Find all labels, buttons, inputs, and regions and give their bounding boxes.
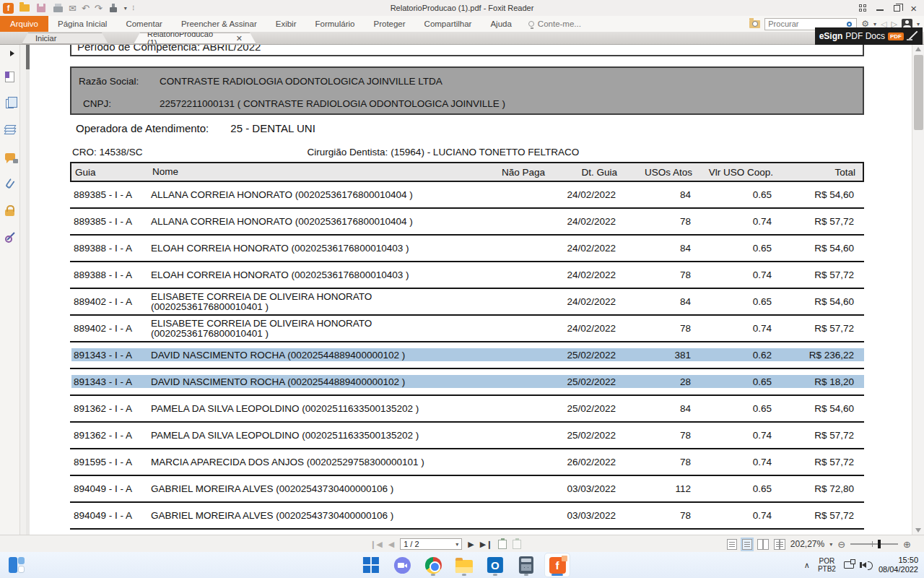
cell-nome: PAMELA DA SILVA LEOPOLDINO (002025116335… <box>145 431 494 441</box>
tab-relatorio-producao[interactable]: RelatorioProducao (1).... ✕ <box>134 33 256 44</box>
zoom-dropdown-icon[interactable]: ▾ <box>829 541 832 548</box>
cell-vlr-uso: 0.62 <box>692 350 773 361</box>
document-tab-bar: Iniciar RelatorioProducao (1).... ✕ ▼ <box>0 32 924 45</box>
network-icon[interactable] <box>844 561 854 569</box>
tab-arquivo[interactable]: Arquivo <box>0 16 48 32</box>
tell-me-box[interactable]: Conte-me... <box>521 16 581 32</box>
tab-preencher-assinar[interactable]: Preencher & Assinar <box>172 16 266 32</box>
cell-dt-guia: 26/02/2022 <box>545 457 617 467</box>
language-indicator[interactable]: POR PTB2 <box>818 557 836 573</box>
header-total: Total <box>775 167 857 178</box>
snapshot-icon[interactable] <box>498 540 507 549</box>
zoom-out-icon[interactable]: ⊖ <box>837 539 845 550</box>
layers-panel-button[interactable] <box>1 121 19 139</box>
cell-vlr-uso: 0.65 <box>692 483 773 494</box>
cell-nome: GABRIEL MOREIRA ALVES (00202543730400000… <box>145 511 494 521</box>
zoom-level[interactable]: 202,27% <box>790 539 824 549</box>
email-icon[interactable]: ✉ <box>69 4 77 13</box>
cell-total: R$ 236,22 <box>773 350 855 361</box>
outlook-button[interactable]: O <box>483 553 507 577</box>
cell-nome: ALLANA CORREIA HONORATO (002025361768000… <box>145 190 494 200</box>
facing-view-icon[interactable] <box>757 539 769 550</box>
tab-compartilhar[interactable]: Compartilhar <box>415 16 481 32</box>
scroll-down-icon[interactable] <box>915 528 921 532</box>
widgets-icon[interactable] <box>9 557 25 573</box>
search-icon[interactable] <box>847 22 852 27</box>
calculator-button[interactable] <box>514 553 539 577</box>
comments-panel-button[interactable] <box>1 148 19 165</box>
expand-panel-icon[interactable] <box>10 51 14 56</box>
foxit-reader-icon: f <box>549 557 565 574</box>
tab-pagina-inicial[interactable]: Página Inicial <box>48 16 116 32</box>
operadora-value: 25 - DENTAL UNI <box>230 122 315 134</box>
previous-page-icon[interactable]: ◀ <box>388 540 394 548</box>
pages-panel-button[interactable] <box>1 95 19 112</box>
chrome-icon <box>424 557 441 574</box>
user-dropdown-icon[interactable]: ▾ <box>917 21 920 27</box>
search-folder-icon[interactable] <box>749 20 760 28</box>
vertical-scrollbar[interactable] <box>912 45 924 535</box>
restore-button[interactable] <box>894 5 900 12</box>
last-page-icon[interactable]: ▶❙ <box>480 540 493 548</box>
bookmarks-panel-button[interactable] <box>1 68 19 85</box>
minimize-button[interactable] <box>876 9 884 11</box>
pages-icon <box>6 99 14 108</box>
close-button[interactable]: × <box>910 3 917 14</box>
single-page-view-icon[interactable] <box>727 539 737 550</box>
tray-overflow-icon[interactable]: ∧ <box>804 561 810 570</box>
open-file-icon[interactable] <box>19 2 30 14</box>
next-page-icon[interactable]: ▶ <box>468 540 474 548</box>
customize-toolbar-icon[interactable]: ᎒ <box>132 5 135 12</box>
tell-me-label: Conte-me... <box>538 20 581 28</box>
print-icon[interactable] <box>52 2 64 14</box>
windows-taskbar: O f ∧ POR PTB2 15:50 08/04/2022 <box>0 552 924 578</box>
save-icon[interactable] <box>35 2 47 14</box>
attachments-panel-button[interactable] <box>1 175 19 192</box>
redo-icon[interactable]: ↷ <box>95 4 103 13</box>
tab-iniciar[interactable]: Iniciar <box>22 33 108 44</box>
security-panel-button[interactable] <box>1 202 19 219</box>
page-number-combo[interactable]: 1 / 2 ▾ <box>400 538 462 550</box>
close-tab-icon[interactable]: ✕ <box>236 34 243 43</box>
table-row: 889385 - I - A ALLANA CORREIA HONORATO (… <box>70 182 864 209</box>
esign-pdf-docs-badge[interactable]: eSign PDF Docs PDF <box>815 27 923 45</box>
navigation-sidebar <box>0 45 20 535</box>
scroll-up-icon[interactable] <box>915 47 921 51</box>
period-box: Período de Competência: ABRIL/2022 <box>70 45 864 56</box>
continuous-facing-view-icon[interactable] <box>774 539 785 550</box>
workspace-switch-icon[interactable] <box>859 4 866 12</box>
scrollbar-thumb[interactable] <box>914 55 923 130</box>
cell-vlr-uso: 0.74 <box>692 216 773 227</box>
teams-chat-button[interactable] <box>390 553 414 577</box>
zoom-slider-thumb[interactable] <box>878 540 881 548</box>
start-button[interactable] <box>359 553 383 577</box>
cell-nome: ELISABETE CORREIA DE OLIVEIRA HONORATO(0… <box>145 292 494 312</box>
tab-formulario[interactable]: Formulário <box>306 16 365 32</box>
clipboard-icon[interactable] <box>513 540 521 549</box>
continuous-view-icon[interactable] <box>742 539 752 550</box>
first-page-icon[interactable]: ❙◀ <box>370 540 383 548</box>
header-vlr-uso-coop: Vlr USO Coop. <box>694 167 775 178</box>
tab-proteger[interactable]: Proteger <box>364 16 414 32</box>
zoom-in-icon[interactable]: ⊕ <box>903 539 911 550</box>
speaker-icon[interactable] <box>862 562 866 568</box>
zoom-slider[interactable] <box>850 543 898 545</box>
hand-sign-tool-icon[interactable] <box>108 2 119 14</box>
foxit-reader-button[interactable]: f <box>545 553 570 577</box>
tab-ajuda[interactable]: Ajuda <box>481 16 520 32</box>
period-text: Período de Competência: ABRIL/2022 <box>77 45 261 53</box>
signatures-panel-button[interactable] <box>1 228 19 246</box>
foxit-logo-icon[interactable]: f <box>3 3 14 14</box>
comment-icon <box>5 153 15 160</box>
chrome-button[interactable] <box>421 553 445 577</box>
gear-dropdown-icon[interactable]: ▾ <box>873 21 876 27</box>
header-dt-guia: Dt. Guia <box>546 167 619 178</box>
cell-guia: 889402 - I - A <box>70 296 145 307</box>
tab-comentar[interactable]: Comentar <box>116 16 172 32</box>
undo-icon[interactable]: ↶ <box>82 4 90 13</box>
file-explorer-button[interactable] <box>452 553 476 577</box>
tab-exibir[interactable]: Exibir <box>266 16 306 32</box>
table-row: 889385 - I - A ALLANA CORREIA HONORATO (… <box>70 209 864 236</box>
clock[interactable]: 15:50 08/04/2022 <box>879 556 918 574</box>
hand-sign-dropdown-icon[interactable]: ▾ <box>124 5 127 12</box>
